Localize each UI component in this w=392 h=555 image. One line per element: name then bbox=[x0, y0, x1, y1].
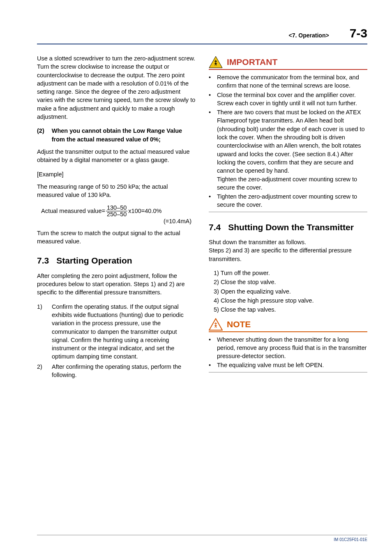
shutdown-steps: 1) Turn off the power. 2) Close the stop… bbox=[209, 269, 367, 314]
subsection-title: When you cannot obtain the Low Range Val… bbox=[52, 127, 196, 143]
example-label: [Example] bbox=[37, 170, 196, 178]
list-item: •Tighten the zero-adjustment cover mount… bbox=[209, 192, 367, 209]
note-list: •Whenever shutting down the transmitter … bbox=[209, 335, 367, 370]
formula: Actual measured value= 130–50 250–50 x10… bbox=[41, 205, 196, 225]
page-number: 7-3 bbox=[350, 25, 367, 42]
caution-triangle-icon bbox=[209, 318, 223, 331]
list-item: •The equalizing valve must be left OPEN. bbox=[209, 361, 367, 369]
body-text: Shut down the transmitter as follows. St… bbox=[209, 238, 367, 263]
list-item: 4) Close the high pressure stop valve. bbox=[214, 296, 367, 305]
step-number: 1) bbox=[37, 303, 46, 361]
ordered-steps: 1) Confirm the operating status. If the … bbox=[37, 303, 196, 379]
page-header: <7. Operation> 7-3 bbox=[37, 25, 367, 42]
step-text: Confirm the operating status. If the out… bbox=[52, 303, 196, 361]
body-text: Adjust the transmitter output to the act… bbox=[37, 148, 196, 164]
step-text: After confirming the operating status, p… bbox=[52, 363, 196, 379]
fraction: 130–50 250–50 bbox=[106, 205, 127, 217]
list-item: 3) Open the equalizing valve. bbox=[214, 287, 367, 296]
list-item: •Close the terminal box cover and the am… bbox=[209, 91, 367, 108]
right-column: IMPORTANT •Remove the communicator from … bbox=[209, 54, 367, 383]
section-number: 7.4 bbox=[209, 221, 221, 233]
subsection-heading: (2) When you cannot obtain the Low Range… bbox=[37, 127, 196, 143]
list-item: 2) After confirming the operating status… bbox=[37, 363, 196, 379]
two-column-layout: Use a slotted screwdriver to turn the ze… bbox=[37, 54, 367, 383]
warning-triangle-icon bbox=[209, 56, 223, 68]
header-rule bbox=[37, 44, 367, 44]
list-item: •Whenever shutting down the transmitter … bbox=[209, 335, 367, 361]
section-number: 7.3 bbox=[37, 254, 49, 266]
note-callout: NOTE •Whenever shutting down the transmi… bbox=[209, 318, 367, 372]
section-heading-7-4: 7.4 Shutting Down the Transmitter bbox=[209, 221, 367, 233]
formula-lead: Actual measured value= bbox=[41, 207, 105, 215]
list-item: •There are two covers that must be locke… bbox=[209, 108, 367, 192]
callout-rule bbox=[209, 69, 367, 70]
bullet-text: The equalizing valve must be left OPEN. bbox=[217, 361, 367, 369]
bullet-text: Whenever shutting down the transmitter f… bbox=[217, 335, 367, 361]
callout-end-rule bbox=[209, 212, 367, 212]
important-label: IMPORTANT bbox=[227, 56, 277, 68]
footer-rule bbox=[37, 535, 367, 535]
note-label: NOTE bbox=[227, 318, 251, 330]
list-item: 2) Close the stop valve. bbox=[214, 278, 367, 286]
list-item: 1) Confirm the operating status. If the … bbox=[37, 303, 196, 361]
bullet-text: Tighten the zero-adjustment cover mounti… bbox=[217, 192, 367, 209]
document-id: IM 01C25F01-01E bbox=[37, 537, 367, 543]
body-text: Turn the screw to match the output signa… bbox=[37, 229, 196, 246]
bullet-text: Close the terminal box cover and the amp… bbox=[217, 91, 367, 108]
numerator: 130–50 bbox=[106, 205, 127, 211]
page-footer: IM 01C25F01-01E bbox=[37, 535, 367, 543]
formula-result: (=10.4mA) bbox=[41, 217, 196, 225]
list-item: 1) Turn off the power. bbox=[214, 269, 367, 277]
body-text: Use a slotted screwdriver to turn the ze… bbox=[37, 54, 196, 121]
callout-rule bbox=[209, 331, 367, 332]
bullet-text: Remove the communicator from the termina… bbox=[217, 73, 367, 90]
formula-tail: x100=40.0% bbox=[128, 207, 161, 215]
bullet-text: There are two covers that must be locked… bbox=[217, 108, 367, 192]
subsection-number: (2) bbox=[37, 127, 44, 143]
step-number: 2) bbox=[37, 363, 46, 379]
denominator: 250–50 bbox=[106, 211, 127, 217]
list-item: •Remove the communicator from the termin… bbox=[209, 73, 367, 90]
section-title: Shutting Down the Transmitter bbox=[228, 221, 367, 233]
chapter-label: <7. Operation> bbox=[289, 32, 329, 40]
section-title: Starting Operation bbox=[56, 254, 196, 266]
body-text: The measuring range of 50 to 250 kPa; th… bbox=[37, 183, 196, 199]
important-list: •Remove the communicator from the termin… bbox=[209, 73, 367, 209]
callout-end-rule bbox=[209, 372, 367, 372]
left-column: Use a slotted screwdriver to turn the ze… bbox=[37, 54, 196, 383]
important-callout: IMPORTANT •Remove the communicator from … bbox=[209, 56, 367, 212]
section-heading-7-3: 7.3 Starting Operation bbox=[37, 254, 196, 266]
list-item: 5) Close the tap valves. bbox=[214, 305, 367, 314]
body-text: After completing the zero point adjustme… bbox=[37, 272, 196, 297]
